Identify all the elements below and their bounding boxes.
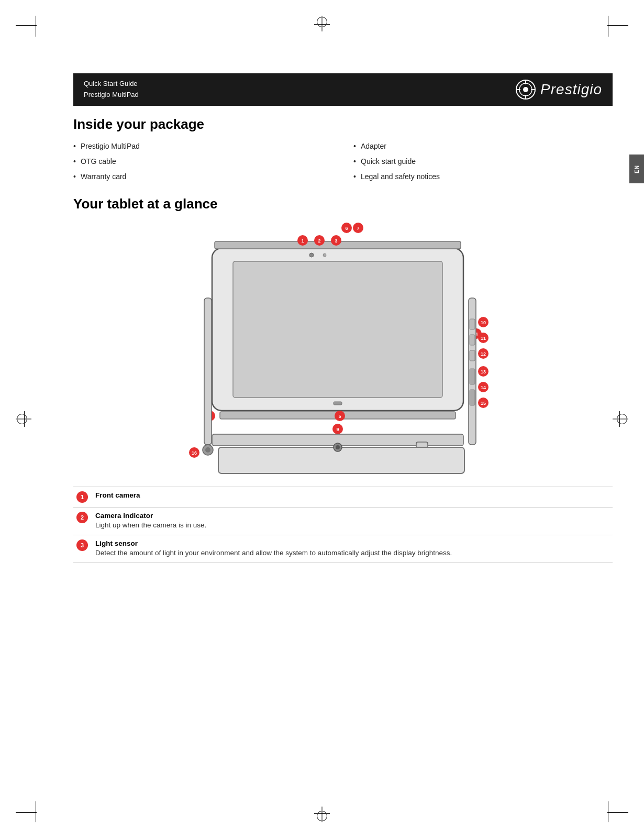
svg-text:2: 2: [318, 238, 320, 244]
svg-rect-8: [233, 261, 442, 398]
language-label: EN: [634, 165, 640, 173]
package-list: Prestigio MultiPad Adapter OTG cable Qui…: [73, 140, 613, 184]
svg-text:9: 9: [336, 427, 339, 432]
component-desc-2: Light up when the camera is in use.: [95, 521, 206, 529]
crop-mark-tr-v: [608, 16, 608, 37]
package-item-6: Legal and safety notices: [353, 170, 613, 183]
svg-point-2: [523, 87, 528, 92]
header-bar: Quick Start Guide Prestigio MultiPad Pre…: [73, 73, 613, 106]
svg-rect-38: [470, 319, 475, 329]
svg-text:10: 10: [481, 320, 486, 325]
svg-point-36: [336, 445, 340, 449]
svg-text:14: 14: [481, 385, 486, 390]
svg-rect-39: [470, 335, 475, 345]
component-row-3: 3 Light sensor Detect the amount of ligh…: [73, 535, 613, 563]
component-badge-2: 2: [76, 512, 88, 523]
svg-point-10: [323, 253, 326, 257]
svg-text:12: 12: [481, 351, 486, 357]
svg-text:16: 16: [192, 450, 197, 456]
component-name-3: Light sensor: [95, 539, 609, 547]
language-tab: EN: [629, 155, 644, 183]
svg-rect-13: [334, 402, 342, 405]
header-line2: Prestigio MultiPad: [84, 90, 139, 101]
component-row-1: 1 Front camera: [73, 487, 613, 508]
component-badge-1: 1: [76, 491, 88, 503]
svg-text:5: 5: [338, 414, 341, 419]
svg-text:1: 1: [301, 238, 304, 244]
svg-rect-34: [218, 447, 464, 473]
component-desc-3: Detect the amount of light in your envir…: [95, 549, 452, 557]
prestigio-logo: Prestigio: [515, 79, 602, 100]
crop-mark-tl-v: [36, 16, 36, 37]
package-item-4: Adapter: [353, 140, 613, 153]
tablet-diagram: 1 2 3 6 7 4 8 5 9: [73, 219, 613, 476]
reg-bottom-circle: [317, 811, 327, 821]
reg-top-circle: [317, 17, 327, 27]
crop-mark-bl-h: [16, 812, 37, 813]
svg-rect-41: [470, 369, 475, 384]
svg-rect-43: [204, 298, 212, 445]
section1-title: Inside your package: [73, 116, 613, 133]
section2-title: Your tablet at a glance: [73, 196, 613, 212]
package-item-5: Quick start guide: [353, 155, 613, 168]
svg-point-45: [205, 447, 210, 453]
crop-mark-br-v: [608, 801, 608, 822]
svg-rect-40: [470, 350, 475, 361]
svg-text:3: 3: [335, 238, 337, 244]
svg-text:11: 11: [481, 336, 486, 341]
main-content: Quick Start Guide Prestigio MultiPad Pre…: [73, 73, 613, 786]
crop-mark-br-h: [607, 812, 628, 813]
tablet-diagram-svg: 1 2 3 6 7 4 8 5 9: [73, 219, 613, 476]
package-item-3: Warranty card: [73, 170, 332, 183]
component-badge-3: 3: [76, 539, 88, 551]
svg-text:7: 7: [357, 226, 359, 231]
prestigio-logo-icon: [515, 79, 536, 100]
component-row-2: 2 Camera indicator Light up when the cam…: [73, 508, 613, 535]
crop-mark-tl-h: [16, 25, 37, 26]
header-text: Quick Start Guide Prestigio MultiPad: [84, 79, 139, 101]
component-name-1: Front camera: [95, 491, 609, 499]
components-table: 1 Front camera 2 Camera indicator Light …: [73, 487, 613, 563]
reg-left-circle: [17, 414, 27, 424]
prestigio-logo-text: Prestigio: [540, 81, 602, 98]
svg-point-9: [309, 253, 314, 257]
crop-mark-tr-h: [607, 25, 628, 26]
header-line1: Quick Start Guide: [84, 79, 139, 90]
svg-text:6: 6: [345, 226, 348, 231]
svg-text:13: 13: [481, 369, 486, 374]
reg-right-circle: [617, 414, 627, 424]
svg-rect-42: [470, 390, 475, 405]
crop-mark-bl-v: [36, 801, 36, 822]
component-name-2: Camera indicator: [95, 512, 609, 520]
package-item-2: OTG cable: [73, 155, 332, 168]
svg-text:15: 15: [481, 401, 486, 406]
package-item-1: Prestigio MultiPad: [73, 140, 332, 153]
